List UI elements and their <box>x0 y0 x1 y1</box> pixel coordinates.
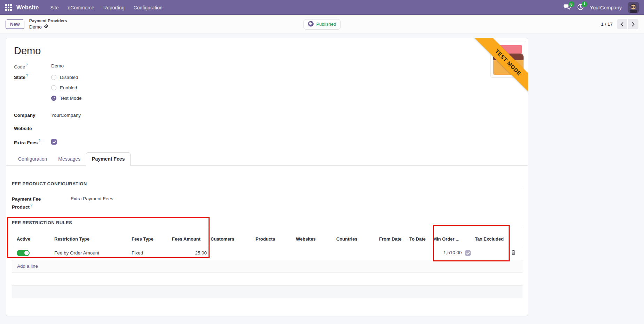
company-value: YourCompany <box>51 112 81 118</box>
radio-disabled-label: Disabled <box>60 75 78 80</box>
help-icon: ? <box>26 74 28 78</box>
activities-count-badge: 1 <box>582 1 587 7</box>
menu-reporting[interactable]: Reporting <box>100 3 128 12</box>
activities-button[interactable]: 1 <box>577 4 584 11</box>
fee-restriction-rules-section: FEE RESTRICTION RULES Active Restriction… <box>12 220 522 298</box>
extra-fees-checkbox[interactable] <box>51 139 57 145</box>
notebook-tabs: Configuration Messages Payment Fees <box>6 152 528 166</box>
col-restriction-type[interactable]: Restriction Type <box>49 228 127 246</box>
radio-test-mode[interactable] <box>51 96 56 101</box>
help-icon: ? <box>38 139 40 143</box>
code-value: Demo <box>51 63 64 70</box>
breadcrumb-payment-providers[interactable]: Payment Providers <box>29 18 67 24</box>
tab-payment-fees[interactable]: Payment Fees <box>86 152 131 166</box>
empty-row <box>12 273 523 286</box>
payment-image-pink-band <box>495 45 522 54</box>
messages-button[interactable]: 8 <box>564 4 571 11</box>
gear-icon[interactable] <box>44 24 48 30</box>
field-extra-fees: Extra Fees? <box>14 138 528 146</box>
field-group: Code? Demo State? Disabled Enabled <box>14 63 528 146</box>
page-title: Demo <box>14 44 528 57</box>
page-background: TEST MODE Demo Code? Demo State? Disable… <box>0 34 644 324</box>
field-code: Code? Demo <box>14 63 528 70</box>
pager-previous-button[interactable] <box>617 19 627 29</box>
payment-image-amber-band <box>493 60 524 75</box>
pager-count: 1 / 17 <box>601 22 613 27</box>
breadcrumb-current: Demo <box>29 24 42 30</box>
radio-disabled[interactable] <box>51 75 56 80</box>
col-from-date[interactable]: From Date <box>377 228 407 246</box>
company-label: Company <box>14 112 51 118</box>
payment-fee-product-label: Payment Fee Product <box>12 196 41 210</box>
messages-count-badge: 8 <box>569 1 574 7</box>
col-customers[interactable]: Customers <box>209 228 253 246</box>
payment-method-image <box>490 41 526 78</box>
radio-enabled[interactable] <box>51 85 56 90</box>
field-website: Website <box>14 125 528 131</box>
globe-icon <box>308 21 314 28</box>
pager: 1 / 17 <box>601 19 638 29</box>
col-websites[interactable]: Websites <box>294 228 334 246</box>
app-name[interactable]: Website <box>16 4 39 11</box>
fee-product-configuration-heading: FEE PRODUCT CONFIGURATION <box>12 181 522 189</box>
restriction-type-cell[interactable]: Fee by Order Amount <box>49 246 127 260</box>
navbar-systray: 8 1 YourCompany <box>564 2 639 13</box>
col-to-date[interactable]: To Date <box>407 228 433 246</box>
published-badge[interactable]: Published <box>303 19 340 30</box>
top-navbar: Website Site eCommerce Reporting Configu… <box>0 0 644 15</box>
payment-fees-tab-content: FEE PRODUCT CONFIGURATION Payment Fee Pr… <box>6 181 528 299</box>
payment-image-brown-band <box>493 54 524 60</box>
website-label: Website <box>14 125 51 131</box>
menu-site[interactable]: Site <box>47 3 62 12</box>
min-order-cell[interactable]: 1,510.00 <box>433 246 472 260</box>
col-fees-amount[interactable]: Fees Amount <box>172 228 209 246</box>
products-cell[interactable] <box>253 246 294 260</box>
fee-rules-table: Active Restriction Type Fees Type Fees A… <box>12 228 523 298</box>
company-switcher[interactable]: YourCompany <box>590 5 622 10</box>
col-tax-excluded[interactable]: Tax Excluded <box>472 228 504 246</box>
to-date-cell[interactable] <box>407 246 433 260</box>
extra-fees-label: Extra Fees <box>14 140 38 145</box>
tab-messages[interactable]: Messages <box>53 152 86 165</box>
menu-ecommerce[interactable]: eCommerce <box>65 3 97 12</box>
fee-rule-row: Fee by Order Amount Fixed 25.00 1,510.00 <box>12 246 523 260</box>
from-date-cell[interactable] <box>377 246 407 260</box>
tax-excluded-checkbox[interactable] <box>465 250 471 256</box>
websites-cell[interactable] <box>294 246 334 260</box>
add-a-line-row: Add a line <box>12 260 523 273</box>
fees-amount-cell[interactable]: 25.00 <box>172 246 209 260</box>
fee-restriction-rules-heading: FEE RESTRICTION RULES <box>12 220 522 228</box>
col-active[interactable]: Active <box>12 228 49 246</box>
tab-configuration[interactable]: Configuration <box>13 152 53 165</box>
form-sheet: TEST MODE Demo Code? Demo State? Disable… <box>6 38 528 316</box>
countries-cell[interactable] <box>334 246 377 260</box>
help-icon: ? <box>26 63 28 67</box>
col-fees-type[interactable]: Fees Type <box>127 228 172 246</box>
state-option-disabled: Disabled <box>51 73 81 82</box>
customers-cell[interactable] <box>209 246 253 260</box>
radio-enabled-label: Enabled <box>60 85 77 90</box>
empty-stripe-row <box>12 286 523 298</box>
published-label: Published <box>316 22 336 27</box>
user-avatar[interactable] <box>628 2 639 13</box>
apps-grid-icon[interactable] <box>5 4 12 11</box>
pager-next-button[interactable] <box>628 19 638 29</box>
payment-fee-product-value[interactable]: Extra Payment Fees <box>71 196 113 210</box>
fees-type-cell[interactable]: Fixed <box>127 246 172 260</box>
field-state: State? Disabled Enabled Test Mode <box>14 73 528 103</box>
breadcrumb: Payment Providers Demo <box>29 18 67 30</box>
field-payment-fee-product: Payment Fee Product? Extra Payment Fees <box>12 196 522 210</box>
field-company: Company YourCompany <box>14 112 528 118</box>
help-icon: ? <box>30 203 32 207</box>
new-button[interactable]: New <box>6 19 24 29</box>
col-min-order[interactable]: Min Order ... <box>433 228 472 246</box>
active-toggle[interactable] <box>17 250 30 256</box>
state-option-enabled: Enabled <box>51 83 81 92</box>
col-products[interactable]: Products <box>253 228 294 246</box>
add-a-line-link[interactable]: Add a line <box>12 260 523 273</box>
delete-row-button[interactable] <box>510 249 517 257</box>
col-countries[interactable]: Countries <box>334 228 377 246</box>
control-panel: New Payment Providers Demo Published 1 /… <box>0 15 644 34</box>
menu-configuration[interactable]: Configuration <box>130 3 165 12</box>
radio-test-mode-label: Test Mode <box>60 96 81 101</box>
